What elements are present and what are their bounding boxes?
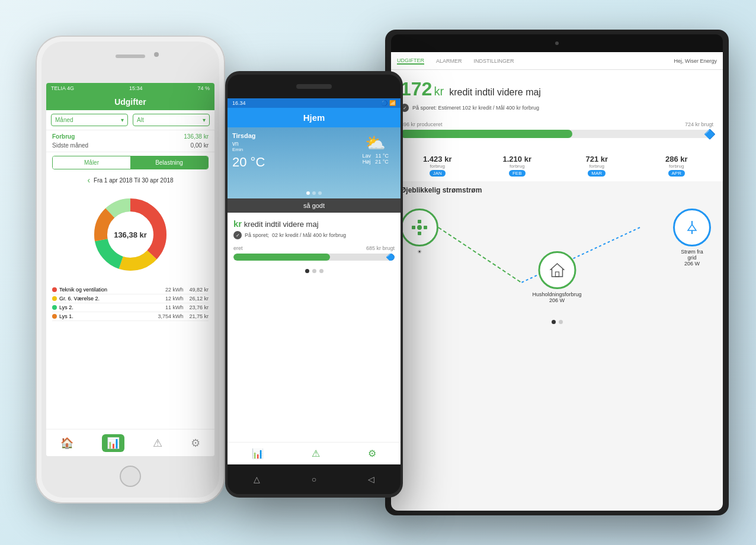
android-kredit-title: kr kredit indtil videre maj	[233, 219, 395, 229]
iphone-filter-maned[interactable]: Måned ▾	[51, 114, 128, 126]
android-notch	[296, 84, 332, 89]
iphone-home-button[interactable]	[120, 466, 141, 487]
progress-left-label: eret	[233, 245, 243, 251]
iphone-device: TELIA 4G 15:34 74 % Udgifter Måned ▾ Alt…	[36, 36, 225, 504]
dot-2	[312, 269, 316, 273]
tablet-nav: UDGIFTER ALARMER INDSTILLINGER Hej, Wise…	[391, 52, 723, 70]
home-icon[interactable]: 🏠	[60, 437, 73, 450]
dot-3	[319, 269, 323, 273]
android-progress-area: eret 685 kr brugt 🔷	[228, 245, 401, 265]
iphone-screen: TELIA 4G 15:34 74 % Udgifter Måned ▾ Alt…	[46, 83, 214, 456]
tablet-dot-1	[552, 320, 556, 324]
carrier: TELIA 4G	[51, 85, 74, 91]
android-screen: 16.34 🔵 📶 Hjem Tirsdag vn Emin 20 °C ⛅ L…	[228, 98, 401, 464]
iphone-app-title: Udgifter	[46, 94, 214, 110]
android-carousel-dots	[228, 265, 401, 277]
android-weather: Tirsdag vn Emin 20 °C ⛅ Lav 11 °C Høj 21…	[228, 127, 401, 198]
android-check-row: ✓ På sporet; 02 kr kredit / Mål 400 kr f…	[233, 231, 395, 239]
legend-item: Lys 2. 11 kWh 23,76 kr	[52, 303, 209, 312]
svg-line-11	[438, 227, 521, 283]
android-recents-icon[interactable]: ◁	[368, 475, 374, 484]
android-greeting: så godt	[228, 198, 401, 213]
tablet-progress-icon: 🔷	[704, 129, 716, 140]
weather-right: ⛅ Lav 11 °C Høj 21 °C	[362, 133, 389, 165]
iphone-bottombar: 🏠 📊 ⚠ ⚙	[46, 429, 214, 456]
weather-day: Tirsdag	[232, 132, 265, 139]
legend-item: Teknik og ventilation 22 kWh 49,82 kr	[52, 286, 209, 294]
tablet-screen: UDGIFTER ALARMER INDSTILLINGER Hej, Wise…	[391, 52, 723, 511]
forbrug-label: Forbrug	[52, 133, 75, 140]
battery: 74 %	[197, 85, 210, 91]
android-home-icon[interactable]: ○	[312, 475, 316, 484]
iphone-speaker	[116, 54, 145, 58]
android-progress-labels: eret 685 kr brugt	[233, 245, 395, 251]
cloud-icon: ⛅	[362, 133, 389, 153]
tablet-strom-diagram: ☀	[391, 197, 723, 315]
tablet-nav-alarmer[interactable]: ALARMER	[436, 58, 462, 64]
weather-temps: Lav 11 °C Høj 21 °C	[362, 153, 389, 165]
grid-node: Strøm fragrid206 W	[673, 209, 711, 267]
svg-rect-17	[555, 272, 559, 277]
donut-center-label: 136,38 kr	[114, 230, 147, 239]
android-kredit-section: kr kredit indtil videre maj ✓ På sporet;…	[228, 213, 401, 245]
android-bottombar: △ ○ ◁	[228, 464, 401, 494]
tablet-nav-user: Hej, Wiser Energy	[674, 58, 717, 64]
date-range: Fra 1 apr 2018 Til 30 apr 2018	[94, 177, 174, 184]
android-nav-chart[interactable]: 📊	[252, 448, 264, 459]
tablet-progress-left: 396 kr produceret	[401, 121, 443, 127]
android-device: 16.34 🔵 📶 Hjem Tirsdag vn Emin 20 °C ⛅ L…	[225, 71, 403, 498]
tablet-check-text: På sporet: Estimeret 102 kr kredit / Mål…	[412, 105, 539, 111]
iphone-filter-alt[interactable]: Alt ▾	[133, 114, 210, 126]
weather-detail: Emin	[232, 147, 265, 152]
date-nav-prev[interactable]: ‹	[87, 175, 90, 185]
tablet-kredit-amount: 172 kr kredit indtil videre maj	[401, 78, 713, 100]
android-back-icon[interactable]: △	[254, 475, 260, 484]
weather-temp: 20 °C	[232, 155, 265, 170]
month-card-feb: 1.210 kr forbrug FEB	[480, 155, 555, 177]
tablet-dots	[391, 315, 723, 329]
tablet-nav-udgifter[interactable]: UDGIFTER	[397, 57, 424, 65]
android-header: Hjem	[228, 108, 401, 127]
tablet-strom-title: Øjeblikkelig strømstrøm	[391, 181, 723, 197]
tablet-hero: 172 kr kredit indtil videre maj ✓ På spo…	[391, 70, 723, 117]
donut: 136,38 kr	[89, 193, 172, 276]
month-card-apr: 286 kr forbrug APR	[640, 155, 714, 177]
android-nav-bar: 📊 ⚠ ⚙	[228, 442, 401, 464]
settings-icon[interactable]: ⚙	[191, 437, 200, 450]
iphone-legend: Teknik og ventilation 22 kWh 49,82 kr Gr…	[46, 282, 214, 325]
house-node: Husholdningsforbrug206 W	[532, 251, 581, 303]
chart-icon[interactable]: 📊	[102, 434, 124, 452]
tab-maler[interactable]: Måler	[53, 156, 130, 169]
android-time: 16.34	[232, 100, 246, 106]
svg-marker-15	[688, 225, 696, 230]
legend-item: Gr. 6. Værelse 2. 12 kWh 26,12 kr	[52, 294, 209, 303]
svg-marker-16	[550, 264, 563, 277]
android-nav-settings[interactable]: ⚙	[368, 448, 376, 459]
time: 15:34	[129, 85, 143, 91]
sidste-maaned-label: Sidste måned	[52, 142, 88, 149]
tablet-progress-right: 724 kr brugt	[685, 121, 713, 127]
tab-belastning[interactable]: Belastning	[130, 156, 208, 169]
dot-1	[305, 269, 309, 273]
month-card-mar: 721 kr forbrug MAR	[560, 155, 634, 177]
tap-icon: 🔷	[386, 254, 395, 261]
iphone-maaned-row: Sidste måned 0,00 kr	[46, 141, 214, 152]
iphone-camera	[154, 52, 159, 57]
check-circle-icon: ✓	[233, 231, 242, 239]
grid-circle	[673, 209, 711, 246]
android-progress-bar: 🔷	[233, 254, 395, 261]
android-nav-alert[interactable]: ⚠	[312, 448, 320, 459]
alert-icon[interactable]: ⚠	[153, 437, 162, 450]
grid-label: Strøm fragrid206 W	[681, 249, 703, 267]
month-card-jan: 1.423 kr forbrug JAN	[401, 155, 475, 177]
tablet-device: UDGIFTER ALARMER INDSTILLINGER Hej, Wise…	[385, 30, 729, 515]
tablet-progress-area: 396 kr produceret 724 kr brugt 🔷	[391, 117, 723, 150]
tablet-months-row: 1.423 kr forbrug JAN 1.210 kr forbrug FE…	[391, 150, 723, 181]
android-statusbar: 16.34 🔵 📶	[228, 98, 401, 108]
legend-item: Lys 1. 3,754 kWh 21,75 kr	[52, 312, 209, 321]
tablet-nav-indstillinger[interactable]: INDSTILLINGER	[474, 58, 514, 64]
tablet-progress-fill	[401, 130, 572, 138]
forbrug-value: 136,38 kr	[184, 133, 209, 140]
iphone-date-nav: ‹ Fra 1 apr 2018 Til 30 apr 2018	[46, 173, 214, 187]
tablet-check-row: ✓ På sporet: Estimeret 102 kr kredit / M…	[401, 104, 713, 112]
